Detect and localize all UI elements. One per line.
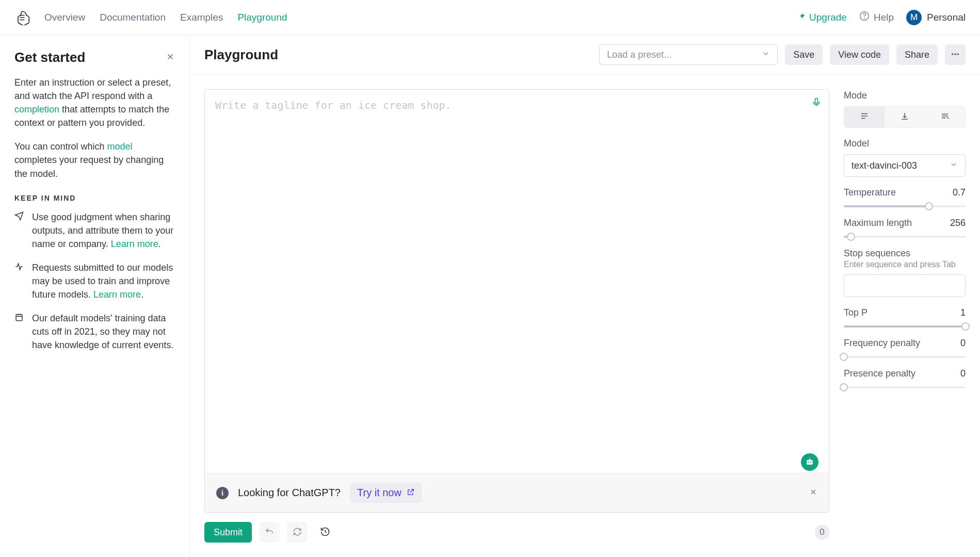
topp-label: Top P bbox=[844, 307, 867, 318]
svg-point-9 bbox=[810, 462, 812, 463]
sidebar-para-1: Enter an instruction or select a preset,… bbox=[14, 76, 175, 129]
sidebar-para-2: You can control which model completes yo… bbox=[14, 140, 175, 180]
mode-insert-button[interactable] bbox=[885, 107, 925, 127]
temperature-row: Temperature0.7 bbox=[844, 187, 966, 207]
upgrade-link[interactable]: Upgrade bbox=[799, 11, 847, 23]
topp-row: Top P1 bbox=[844, 307, 966, 327]
stop-row: Stop sequences Enter sequence and press … bbox=[844, 248, 966, 297]
help-icon bbox=[859, 11, 870, 24]
stop-sequences-input[interactable] bbox=[844, 274, 966, 297]
bolt-icon bbox=[799, 11, 806, 23]
token-count-badge: 0 bbox=[815, 525, 829, 539]
account-label: Personal bbox=[927, 12, 966, 23]
nav-examples[interactable]: Examples bbox=[180, 12, 223, 23]
model-label: Model bbox=[844, 138, 966, 149]
chatgpt-banner: i Looking for ChatGPT? Try it now bbox=[205, 473, 829, 512]
nav-right: Upgrade Help M Personal bbox=[799, 10, 966, 25]
view-code-button[interactable]: View code bbox=[830, 44, 889, 65]
mode-edit-button[interactable] bbox=[925, 107, 965, 127]
history-icon bbox=[320, 527, 330, 538]
try-it-now-label: Try it now bbox=[357, 487, 401, 499]
freq-row: Frequency penalty0 bbox=[844, 338, 966, 358]
microphone-icon[interactable] bbox=[811, 97, 822, 109]
freq-slider[interactable] bbox=[844, 356, 966, 358]
learn-more-link[interactable]: Learn more bbox=[111, 239, 158, 249]
nav-documentation[interactable]: Documentation bbox=[100, 12, 166, 23]
tip-item: Use good judgment when sharing outputs, … bbox=[14, 210, 175, 251]
submit-button[interactable]: Submit bbox=[204, 522, 252, 543]
svg-rect-2 bbox=[16, 315, 22, 321]
tip-text: Requests submitted to our models may be … bbox=[32, 261, 175, 301]
account-switcher[interactable]: M Personal bbox=[906, 10, 966, 25]
topp-slider[interactable] bbox=[844, 325, 966, 327]
parameters-panel: Mode Model text-davinci-003 Temper bbox=[844, 89, 966, 543]
model-select[interactable]: text-davinci-003 bbox=[844, 154, 966, 177]
preset-placeholder: Load a preset... bbox=[607, 50, 671, 60]
tip-text: Our default models' training data cuts o… bbox=[32, 312, 175, 352]
sidebar-header: Get started bbox=[14, 50, 175, 65]
info-icon: i bbox=[216, 487, 229, 499]
topp-value: 1 bbox=[960, 307, 966, 318]
try-it-now-button[interactable]: Try it now bbox=[350, 483, 422, 503]
user-avatar: M bbox=[906, 10, 922, 25]
model-section: Model text-davinci-003 bbox=[844, 138, 966, 177]
temperature-slider[interactable] bbox=[844, 205, 966, 207]
completion-link[interactable]: completion bbox=[14, 104, 59, 114]
maxlen-label: Maximum length bbox=[844, 218, 912, 228]
keep-in-mind-list: Use good judgment when sharing outputs, … bbox=[14, 210, 175, 352]
sidebar-title: Get started bbox=[14, 50, 85, 65]
mode-section: Mode bbox=[844, 90, 966, 128]
help-link[interactable]: Help bbox=[859, 11, 894, 24]
svg-rect-6 bbox=[815, 99, 818, 104]
pres-slider[interactable] bbox=[844, 386, 966, 388]
paper-plane-icon bbox=[14, 211, 25, 251]
prompt-input[interactable] bbox=[215, 99, 818, 464]
regenerate-button[interactable] bbox=[287, 522, 308, 543]
maxlen-slider[interactable] bbox=[844, 236, 966, 238]
upgrade-label: Upgrade bbox=[809, 12, 847, 23]
save-button[interactable]: Save bbox=[785, 44, 823, 65]
activity-icon bbox=[14, 262, 25, 301]
mode-complete-button[interactable] bbox=[844, 107, 885, 127]
more-button[interactable] bbox=[945, 44, 966, 65]
nav-overview[interactable]: Overview bbox=[44, 12, 85, 23]
stop-hint: Enter sequence and press Tab bbox=[844, 260, 966, 269]
editor-box: i Looking for ChatGPT? Try it now bbox=[204, 89, 829, 513]
model-value: text-davinci-003 bbox=[852, 160, 917, 171]
editor-area bbox=[205, 90, 829, 473]
assistant-avatar-icon[interactable] bbox=[801, 453, 818, 471]
learn-more-link[interactable]: Learn more bbox=[93, 289, 141, 300]
toolbar: Playground Load a preset... Save View co… bbox=[190, 35, 980, 75]
model-link[interactable]: model bbox=[107, 141, 132, 152]
openai-logo-icon bbox=[14, 10, 30, 25]
external-link-icon bbox=[407, 487, 415, 499]
shell: Get started Enter an instruction or sele… bbox=[0, 35, 980, 557]
mode-label: Mode bbox=[844, 90, 966, 101]
svg-point-8 bbox=[808, 462, 809, 463]
share-button[interactable]: Share bbox=[896, 44, 938, 65]
complete-mode-icon bbox=[860, 111, 869, 123]
chevron-down-icon bbox=[950, 160, 958, 171]
refresh-icon bbox=[293, 527, 302, 538]
maxlen-value: 256 bbox=[950, 218, 966, 228]
pres-value: 0 bbox=[960, 368, 966, 379]
maxlen-row: Maximum length256 bbox=[844, 218, 966, 238]
temperature-value: 0.7 bbox=[953, 187, 966, 198]
keep-in-mind-heading: KEEP IN MIND bbox=[14, 194, 175, 202]
nav-playground[interactable]: Playground bbox=[237, 12, 287, 23]
sidebar-body: Enter an instruction or select a preset,… bbox=[14, 76, 175, 352]
banner-close-icon[interactable] bbox=[809, 487, 817, 499]
pres-row: Presence penalty0 bbox=[844, 368, 966, 388]
dots-horizontal-icon bbox=[951, 50, 960, 60]
history-button[interactable] bbox=[315, 522, 335, 543]
pres-label: Presence penalty bbox=[844, 368, 915, 379]
close-icon[interactable] bbox=[166, 52, 175, 63]
chevron-down-icon bbox=[762, 50, 770, 60]
preset-select[interactable]: Load a preset... bbox=[599, 44, 778, 65]
temperature-label: Temperature bbox=[844, 187, 896, 198]
nav-links: Overview Documentation Examples Playgrou… bbox=[44, 12, 287, 23]
editor-column: i Looking for ChatGPT? Try it now Submit bbox=[204, 89, 829, 543]
svg-point-5 bbox=[957, 53, 959, 55]
help-label: Help bbox=[874, 12, 894, 23]
undo-button[interactable] bbox=[259, 522, 280, 543]
